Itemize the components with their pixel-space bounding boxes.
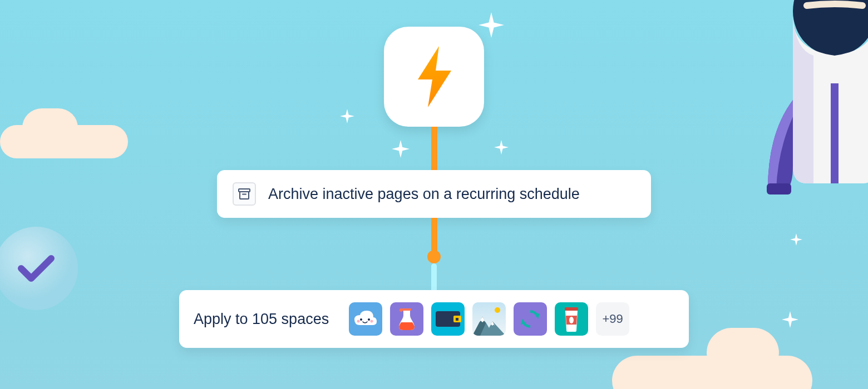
svg-rect-1 [831,83,839,183]
spaces-label: Apply to 105 spaces [194,311,329,328]
svg-rect-10 [402,308,411,311]
cloud-decoration [612,350,812,389]
rocket-icon [751,0,868,211]
check-badge [0,227,78,310]
svg-rect-15 [565,307,578,311]
svg-point-7 [357,320,360,323]
wallet-space-icon[interactable] [431,302,465,336]
svg-point-5 [360,318,362,321]
rule-card[interactable]: Archive inactive pages on a recurring sc… [217,170,651,218]
spaces-card[interactable]: Apply to 105 spaces [179,290,689,348]
sync-space-icon[interactable] [514,302,547,336]
connector-line [431,127,437,170]
svg-rect-13 [456,318,458,321]
trigger-card[interactable] [384,27,484,127]
svg-rect-3 [239,189,250,192]
cloud-decoration [0,125,134,169]
cloud-space-icon[interactable] [349,302,382,336]
coffee-space-icon[interactable] [555,302,588,336]
archive-box-icon [238,187,251,201]
spaces-more-count[interactable]: +99 [596,302,629,336]
rule-title: Archive inactive pages on a recurring sc… [268,186,580,203]
lightning-bolt-icon [412,46,456,107]
flask-space-icon[interactable] [390,302,423,336]
svg-rect-2 [767,183,791,194]
svg-point-6 [368,318,370,321]
sparkle-icon [782,311,798,328]
rule-icon-box [233,182,256,206]
check-icon [17,252,56,285]
sparkle-icon [790,233,802,246]
svg-point-8 [371,320,373,323]
svg-point-16 [569,317,574,323]
mountain-space-icon[interactable] [472,302,506,336]
svg-point-14 [495,307,500,313]
connector [427,218,441,290]
spaces-icons: +99 [349,302,629,336]
